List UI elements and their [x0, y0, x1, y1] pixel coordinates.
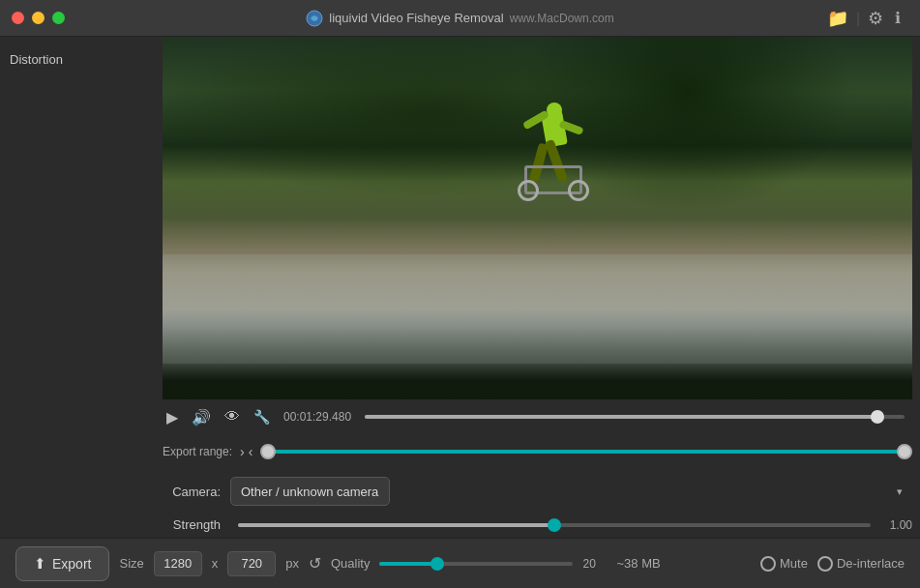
sidebar: Distortion: [0, 37, 163, 538]
width-input[interactable]: [154, 551, 202, 576]
range-start-button[interactable]: ›: [238, 444, 247, 459]
seek-bar[interactable]: [365, 415, 905, 419]
export-range-label: Export range:: [163, 445, 232, 458]
seek-track: [365, 415, 905, 419]
strength-label: Strength: [163, 517, 230, 532]
export-icon: ⬆: [34, 555, 46, 573]
camera-label: Camera:: [163, 485, 230, 499]
camera-select-wrapper: Other / unknown camera GoPro Hero 7 GoPr…: [230, 477, 912, 506]
reset-size-button[interactable]: ↺: [309, 554, 321, 573]
deinterlace-label: De-interlace: [837, 556, 905, 571]
range-right-thumb[interactable]: [897, 444, 912, 459]
settings-button[interactable]: ⚙: [864, 6, 887, 31]
strength-value: 1.00: [878, 518, 912, 532]
quality-label: Quality: [331, 556, 370, 571]
video-container[interactable]: [163, 37, 912, 399]
strength-row: Strength 1.00: [163, 512, 912, 538]
maximize-button[interactable]: [52, 12, 65, 24]
strength-fill: [238, 523, 554, 527]
range-bar[interactable]: [262, 450, 905, 454]
seek-fill: [365, 415, 877, 419]
export-button[interactable]: ⬆ Export: [15, 546, 109, 581]
divider: |: [856, 11, 860, 26]
time-display: 00:01:29.480: [283, 410, 351, 424]
rider-figure: [515, 103, 592, 238]
camera-select[interactable]: Other / unknown camera GoPro Hero 7 GoPr…: [230, 477, 390, 506]
deinterlace-checkbox[interactable]: [817, 556, 833, 572]
quality-value: 20: [582, 557, 607, 571]
info-button[interactable]: ℹ: [891, 7, 905, 29]
quality-fill: [379, 562, 437, 566]
px-label: px: [285, 556, 299, 571]
file-size: ~38 MB: [616, 556, 660, 571]
traffic-lights: [12, 12, 65, 24]
mute-label: Mute: [780, 556, 808, 571]
size-x: x: [212, 556, 219, 571]
strength-thumb[interactable]: [548, 518, 561, 532]
title-bar: liquivid Video Fisheye Removal www.MacDo…: [0, 0, 920, 37]
folder-button[interactable]: 📁: [823, 6, 852, 31]
video-frame: [163, 37, 912, 399]
seek-thumb[interactable]: [871, 410, 884, 424]
export-label: Export: [52, 556, 91, 572]
range-end-button[interactable]: ‹: [247, 444, 255, 459]
mute-checkbox[interactable]: [760, 556, 776, 572]
settings-small-button[interactable]: 🔧: [250, 407, 274, 426]
app-title: liquivid Video Fisheye Removal www.MacDo…: [306, 10, 613, 27]
distortion-section-label: Distortion: [10, 52, 153, 67]
volume-button[interactable]: 🔊: [188, 406, 215, 428]
quality-slider[interactable]: [379, 562, 573, 566]
deinterlace-group: De-interlace: [817, 556, 905, 572]
size-label: Size: [119, 556, 143, 571]
strength-bar[interactable]: [238, 523, 871, 527]
range-left-thumb[interactable]: [260, 444, 276, 459]
chevron-down-icon: ▾: [897, 485, 903, 498]
preview-button[interactable]: 👁: [221, 406, 244, 427]
play-button[interactable]: ▶: [163, 406, 182, 428]
mute-group: Mute: [760, 556, 808, 572]
bottom-bar: ⬆ Export Size x px ↺ Quality 20 ~38 MB M…: [0, 538, 920, 588]
close-button[interactable]: [12, 12, 24, 24]
title-bar-actions: 📁 | ⚙ ℹ: [823, 6, 905, 31]
height-input[interactable]: [227, 551, 276, 576]
quality-thumb[interactable]: [430, 557, 444, 571]
playback-controls: ▶ 🔊 👁 🔧 00:01:29.480: [163, 399, 912, 434]
minimize-button[interactable]: [32, 12, 45, 24]
export-range-row: Export range: › ‹: [163, 436, 912, 467]
camera-row: Camera: Other / unknown camera GoPro Her…: [163, 471, 912, 512]
